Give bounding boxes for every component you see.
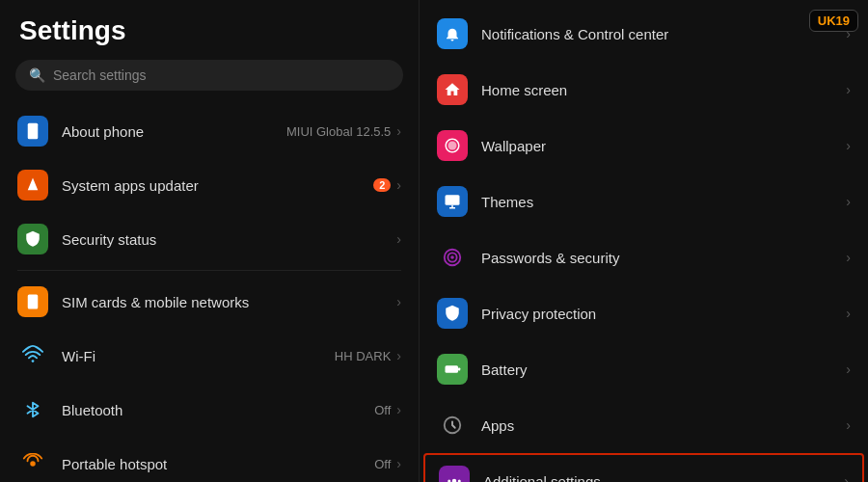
- sim-chevron: ›: [396, 294, 401, 309]
- right-item-additional[interactable]: Additional settings ›: [423, 453, 864, 482]
- svg-rect-0: [28, 123, 39, 140]
- right-item-wallpaper[interactable]: Wallpaper ›: [420, 118, 868, 174]
- about-phone-icon: [17, 116, 48, 147]
- sidebar-item-hotspot[interactable]: Portable hotspot Off ›: [0, 437, 419, 482]
- system-apps-chevron: ›: [396, 177, 401, 193]
- watermark: UK19: [809, 10, 858, 32]
- privacy-chevron: ›: [846, 306, 851, 321]
- right-item-passwords[interactable]: Passwords & security ›: [420, 229, 868, 285]
- apps-chevron: ›: [846, 417, 851, 433]
- security-label: Security status: [62, 231, 396, 248]
- sidebar-item-about-phone[interactable]: About phone MIUI Global 12.5.5 ›: [0, 104, 419, 158]
- svg-rect-12: [458, 368, 460, 371]
- themes-chevron: ›: [846, 194, 851, 209]
- hotspot-label: Portable hotspot: [62, 456, 374, 472]
- page-title: Settings: [0, 15, 419, 60]
- notifications-icon: [437, 18, 468, 49]
- apps-icon: [437, 410, 468, 441]
- system-apps-label: System apps updater: [62, 177, 373, 194]
- right-panel: UK19 Notifications & Control center › Ho…: [420, 0, 868, 482]
- system-apps-badge: 2: [373, 178, 391, 192]
- svg-point-3: [30, 461, 36, 467]
- sidebar-item-security[interactable]: Security status ›: [0, 212, 419, 266]
- divider-1: [17, 270, 401, 271]
- right-item-privacy[interactable]: Privacy protection ›: [420, 285, 868, 341]
- svg-rect-7: [446, 195, 460, 205]
- wallpaper-label: Wallpaper: [481, 138, 846, 154]
- passwords-chevron: ›: [846, 250, 851, 265]
- sidebar-item-wifi[interactable]: Wi-Fi HH DARK ›: [0, 329, 419, 383]
- bluetooth-label: Bluetooth: [62, 402, 374, 418]
- svg-rect-1: [28, 295, 39, 309]
- left-items-list: About phone MIUI Global 12.5.5 › System …: [0, 104, 419, 482]
- hotspot-value: Off: [374, 457, 391, 471]
- hotspot-chevron: ›: [396, 456, 401, 471]
- sim-label: SIM cards & mobile networks: [62, 294, 396, 310]
- wifi-value: HH DARK: [335, 349, 392, 363]
- battery-chevron: ›: [846, 362, 851, 377]
- wallpaper-icon: [437, 130, 468, 161]
- privacy-icon: [437, 298, 468, 329]
- search-placeholder: Search settings: [53, 67, 147, 83]
- bluetooth-chevron: ›: [396, 402, 401, 417]
- apps-label: Apps: [481, 417, 846, 434]
- about-phone-value: MIUI Global 12.5.5: [286, 124, 391, 139]
- about-phone-chevron: ›: [396, 123, 401, 139]
- sim-icon: [17, 286, 48, 317]
- right-item-themes[interactable]: Themes ›: [420, 174, 868, 229]
- additional-label: Additional settings: [483, 473, 844, 483]
- notifications-label: Notifications & Control center: [481, 26, 846, 42]
- privacy-label: Privacy protection: [481, 306, 846, 322]
- home-screen-icon: [437, 74, 468, 105]
- sidebar-item-sim[interactable]: SIM cards & mobile networks ›: [0, 275, 419, 329]
- wifi-icon: [17, 340, 48, 371]
- right-items-list: Notifications & Control center › Home sc…: [420, 0, 868, 482]
- wallpaper-chevron: ›: [846, 138, 851, 153]
- wifi-chevron: ›: [396, 348, 401, 363]
- additional-icon: [439, 466, 470, 482]
- bluetooth-value: Off: [374, 403, 391, 417]
- system-apps-icon: [17, 170, 48, 201]
- home-screen-label: Home screen: [481, 82, 846, 98]
- search-icon: 🔍: [29, 67, 45, 83]
- battery-icon: [437, 354, 468, 385]
- home-screen-chevron: ›: [846, 82, 851, 97]
- security-chevron: ›: [396, 231, 401, 247]
- svg-rect-11: [446, 365, 459, 373]
- right-item-apps[interactable]: Apps ›: [420, 397, 868, 453]
- svg-point-2: [32, 360, 35, 362]
- right-item-notifications[interactable]: Notifications & Control center ›: [420, 6, 868, 62]
- right-item-home-screen[interactable]: Home screen ›: [420, 62, 868, 118]
- bluetooth-icon: [17, 394, 48, 425]
- passwords-icon: [437, 242, 468, 273]
- svg-point-10: [450, 255, 454, 259]
- sidebar-item-system-apps[interactable]: System apps updater 2 ›: [0, 158, 419, 212]
- additional-chevron: ›: [844, 473, 849, 482]
- sidebar-item-bluetooth[interactable]: Bluetooth Off ›: [0, 383, 419, 437]
- hotspot-icon: [17, 448, 48, 479]
- wifi-label: Wi-Fi: [62, 348, 335, 364]
- passwords-label: Passwords & security: [481, 250, 846, 266]
- search-bar[interactable]: 🔍 Search settings: [15, 60, 403, 91]
- battery-label: Battery: [481, 362, 846, 378]
- themes-label: Themes: [481, 194, 846, 210]
- left-panel: Settings 🔍 Search settings About phone M…: [0, 0, 420, 482]
- security-icon: [17, 224, 48, 254]
- right-item-battery[interactable]: Battery ›: [420, 341, 868, 397]
- themes-icon: [437, 186, 468, 217]
- about-phone-label: About phone: [62, 123, 286, 140]
